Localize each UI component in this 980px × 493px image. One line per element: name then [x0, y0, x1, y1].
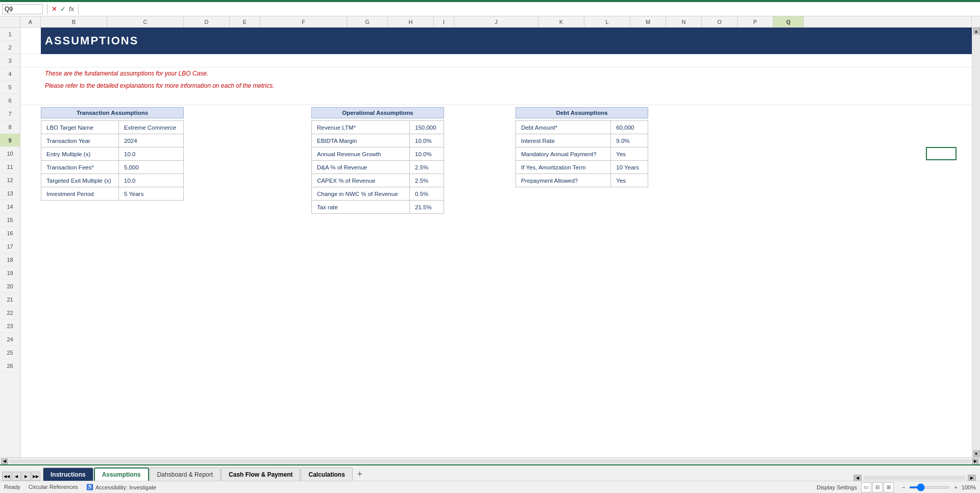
col-header-H[interactable]: H: [388, 16, 434, 27]
scroll-up-btn[interactable]: ▲: [973, 28, 980, 35]
col-header-B[interactable]: B: [41, 16, 107, 27]
debt-value-1[interactable]: 9.0%: [611, 134, 648, 147]
trans-value-1[interactable]: 2024: [119, 134, 184, 147]
scroll-horiz-track[interactable]: [9, 459, 971, 463]
row-num-16[interactable]: 16: [0, 227, 20, 240]
row-num-3[interactable]: 3: [0, 54, 20, 67]
col-header-Q[interactable]: Q: [773, 16, 804, 27]
formula-cancel-icon[interactable]: ✕: [52, 5, 57, 13]
row-num-5[interactable]: 5: [0, 81, 20, 94]
debt-label-3[interactable]: If Yes, Amortization Term: [516, 161, 611, 174]
col-header-I[interactable]: I: [434, 16, 454, 27]
op-value-6[interactable]: 21.5%: [410, 201, 444, 214]
row-num-23[interactable]: 23: [0, 319, 20, 333]
row-num-8[interactable]: 8: [0, 120, 20, 134]
col-header-N[interactable]: N: [666, 16, 702, 27]
scroll-down-btn[interactable]: ▼: [973, 450, 980, 457]
op-label-3[interactable]: D&A % of Revenue: [312, 161, 410, 174]
accessibility-status[interactable]: ♿ Accessibility: Investigate: [86, 484, 156, 490]
scroll-right-btn[interactable]: ▶: [972, 458, 979, 464]
trans-label-3[interactable]: Transaction Fees*: [41, 161, 119, 174]
row-num-6[interactable]: 6: [0, 94, 20, 107]
op-value-5[interactable]: 0.5%: [410, 187, 444, 201]
debt-label-2[interactable]: Mandatory Annual Payment?: [516, 147, 611, 161]
col-header-L[interactable]: L: [584, 16, 630, 27]
col-header-G[interactable]: G: [347, 16, 388, 27]
row-num-15[interactable]: 15: [0, 213, 20, 227]
col-header-M[interactable]: M: [630, 16, 666, 27]
op-value-2[interactable]: 10.0%: [410, 147, 444, 161]
tab-calculations[interactable]: Calculations: [301, 467, 352, 481]
page-break-btn[interactable]: ⊞: [884, 482, 894, 492]
row-num-4[interactable]: 4: [0, 67, 20, 81]
col-header-J[interactable]: J: [454, 16, 538, 27]
cell-reference-box[interactable]: Q9: [2, 4, 43, 14]
op-label-1[interactable]: EBIDTA Margin: [312, 134, 410, 147]
row-num-14[interactable]: 14: [0, 200, 20, 213]
trans-value-0[interactable]: Extreme Commerce: [119, 121, 184, 134]
debt-label-0[interactable]: Debt Amount*: [516, 121, 611, 134]
tab-instructions[interactable]: Instructions: [43, 467, 93, 481]
tab-cashflow[interactable]: Cash Flow & Payment: [221, 467, 300, 481]
selected-cell-q9[interactable]: [926, 147, 957, 160]
row-num-25[interactable]: 25: [0, 346, 20, 359]
tab-nav-leftend[interactable]: ◀◀: [2, 472, 11, 481]
tab-nav-right[interactable]: ▶: [21, 472, 31, 481]
row-num-12[interactable]: 12: [0, 174, 20, 187]
zoom-slider[interactable]: [909, 486, 950, 488]
trans-label-2[interactable]: Entry Multiple (x): [41, 147, 119, 161]
tab-scrollbar-track[interactable]: [864, 476, 966, 480]
col-header-A[interactable]: A: [20, 16, 41, 27]
op-value-3[interactable]: 2.5%: [410, 161, 444, 174]
debt-label-1[interactable]: Interest Rate: [516, 134, 611, 147]
normal-view-btn[interactable]: ▭: [861, 482, 871, 492]
row-num-17[interactable]: 17: [0, 240, 20, 253]
display-settings-label[interactable]: Display Settings: [817, 484, 857, 490]
op-label-5[interactable]: Change in NWC % of Revenue: [312, 187, 410, 201]
op-label-2[interactable]: Annual Revenue Growth: [312, 147, 410, 161]
trans-value-5[interactable]: 5 Years: [119, 187, 184, 201]
col-header-F[interactable]: F: [260, 16, 347, 27]
row-num-24[interactable]: 24: [0, 333, 20, 346]
tab-scroll-left[interactable]: ◀: [853, 475, 862, 481]
trans-value-3[interactable]: 5,000: [119, 161, 184, 174]
row-num-19[interactable]: 19: [0, 266, 20, 280]
tab-nav-rightend[interactable]: ▶▶: [31, 472, 40, 481]
row-num-1[interactable]: 1: [0, 28, 20, 41]
op-value-4[interactable]: 2.5%: [410, 174, 444, 187]
row-num-2[interactable]: 2: [0, 41, 20, 54]
scroll-left-btn[interactable]: ◀: [1, 458, 8, 464]
right-scrollbar[interactable]: ▲ ▼: [972, 28, 980, 457]
trans-label-1[interactable]: Transaction Year: [41, 134, 119, 147]
zoom-out-btn[interactable]: −: [902, 484, 905, 490]
debt-value-3[interactable]: 10 Years: [611, 161, 648, 174]
row-num-9[interactable]: 9: [0, 134, 20, 147]
row-num-7[interactable]: 7: [0, 107, 20, 120]
row-num-11[interactable]: 11: [0, 160, 20, 174]
op-value-1[interactable]: 10.0%: [410, 134, 444, 147]
row-num-21[interactable]: 21: [0, 293, 20, 306]
row-num-26[interactable]: 26: [0, 359, 20, 373]
col-header-O[interactable]: O: [702, 16, 738, 27]
trans-label-4[interactable]: Targeted Exit Multiple (x): [41, 174, 119, 187]
row-num-22[interactable]: 22: [0, 306, 20, 319]
page-layout-btn[interactable]: ⊟: [872, 482, 883, 492]
trans-value-4[interactable]: 10.0: [119, 174, 184, 187]
tab-dashboard[interactable]: Dahsboard & Report: [150, 467, 220, 481]
tab-scroll-right[interactable]: ▶: [968, 475, 976, 481]
row-num-13[interactable]: 13: [0, 187, 20, 200]
col-header-E[interactable]: E: [230, 16, 260, 27]
op-label-6[interactable]: Tax rate: [312, 201, 410, 214]
debt-value-2[interactable]: Yes: [611, 147, 648, 161]
op-label-0[interactable]: Revenue LTM*: [312, 121, 410, 134]
trans-value-2[interactable]: 10.0: [119, 147, 184, 161]
col-header-K[interactable]: K: [538, 16, 584, 27]
col-header-C[interactable]: C: [107, 16, 184, 27]
formula-fx-icon[interactable]: fx: [69, 5, 74, 13]
row-num-18[interactable]: 18: [0, 253, 20, 266]
add-sheet-button[interactable]: +: [353, 467, 366, 481]
row-num-10[interactable]: 10: [0, 147, 20, 160]
trans-label-0[interactable]: LBO Target Name: [41, 121, 119, 134]
col-header-D[interactable]: D: [184, 16, 230, 27]
trans-label-5[interactable]: Investment Period: [41, 187, 119, 201]
